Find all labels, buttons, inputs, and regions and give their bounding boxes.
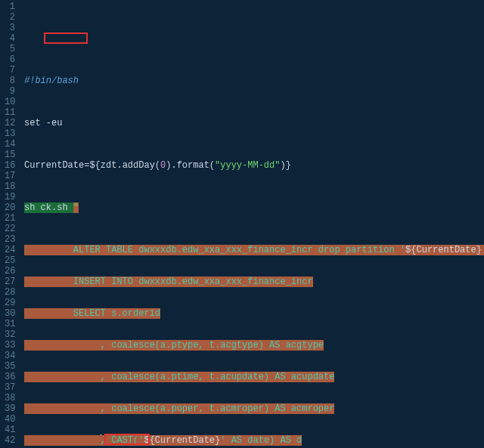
code-editor[interactable]: 1234567891011121314151617181920212223242… [0, 0, 484, 448]
line-number: 40 [5, 414, 15, 425]
line-number: 36 [5, 372, 15, 382]
line-number: 16 [5, 160, 15, 171]
line-number: 8 [5, 76, 15, 86]
line-number: 35 [5, 361, 15, 372]
line-number: 13 [5, 128, 15, 139]
line-number: 34 [5, 351, 15, 361]
code-line[interactable]: CurrentDate=${zdt.addDay(0).format("yyyy… [24, 160, 484, 171]
line-number: 33 [5, 340, 15, 351]
line-number: 10 [5, 97, 15, 107]
red-annotation-box-1 [44, 32, 88, 44]
line-number: 29 [5, 298, 15, 308]
line-number: 39 [5, 403, 15, 414]
line-number: 14 [5, 139, 15, 150]
code-line[interactable]: , coalesce(a.ptime, t.acupdate) AS acupd… [24, 372, 484, 382]
line-number: 32 [5, 329, 15, 340]
code-line[interactable]: set -eu [24, 118, 484, 128]
code-line[interactable]: #!bin/bash [24, 76, 484, 86]
line-number: 6 [5, 54, 15, 65]
line-number: 7 [5, 65, 15, 76]
line-number: 12 [5, 118, 15, 128]
line-number: 2 [5, 12, 15, 23]
code-line[interactable]: ALTER TABLE dwxxxdb.edw_xxa_xxx_finance_… [24, 245, 484, 255]
line-number: 23 [5, 234, 15, 245]
line-number: 19 [5, 192, 15, 202]
line-number: 5 [5, 44, 15, 54]
line-number: 30 [5, 308, 15, 319]
code-line[interactable]: INSERT INTO dwxxxdb.edw_xxa_xxx_finance_… [24, 277, 484, 287]
line-number: 42 [5, 435, 15, 446]
code-line[interactable]: SELECT s.orderid [24, 308, 484, 319]
line-number: 4 [5, 33, 15, 44]
line-number: 27 [5, 277, 15, 287]
line-number: 9 [5, 86, 15, 97]
code-line[interactable]: sh ck.sh " [24, 202, 484, 213]
line-number: 28 [5, 287, 15, 298]
code-line[interactable]: , coalesce(a.poper, t.acmroper) AS acmro… [24, 403, 484, 414]
code-line[interactable]: , CAST('${CurrentDate}' AS date) AS d [24, 435, 484, 446]
shebang-comment: #!bin/bash [24, 76, 79, 86]
line-number: 17 [5, 171, 15, 181]
line-number: 1 [5, 2, 15, 12]
line-number: 31 [5, 319, 15, 329]
line-number: 11 [5, 107, 15, 118]
code-line[interactable]: , coalesce(a.ptype, t.acgtype) AS acgtyp… [24, 340, 484, 351]
line-number: 20 [5, 202, 15, 213]
line-number: 21 [5, 213, 15, 224]
line-number: 22 [5, 224, 15, 234]
line-number: 25 [5, 255, 15, 266]
line-number: 18 [5, 181, 15, 192]
line-number: 41 [5, 425, 15, 435]
line-number-gutter: 1234567891011121314151617181920212223242… [0, 0, 21, 448]
code-area[interactable]: #!bin/bash set -eu CurrentDate=${zdt.add… [21, 0, 484, 448]
line-number: 24 [5, 245, 15, 255]
line-number: 3 [5, 23, 15, 33]
line-number: 38 [5, 393, 15, 403]
line-number: 15 [5, 150, 15, 160]
line-number: 37 [5, 382, 15, 393]
line-number: 26 [5, 266, 15, 277]
